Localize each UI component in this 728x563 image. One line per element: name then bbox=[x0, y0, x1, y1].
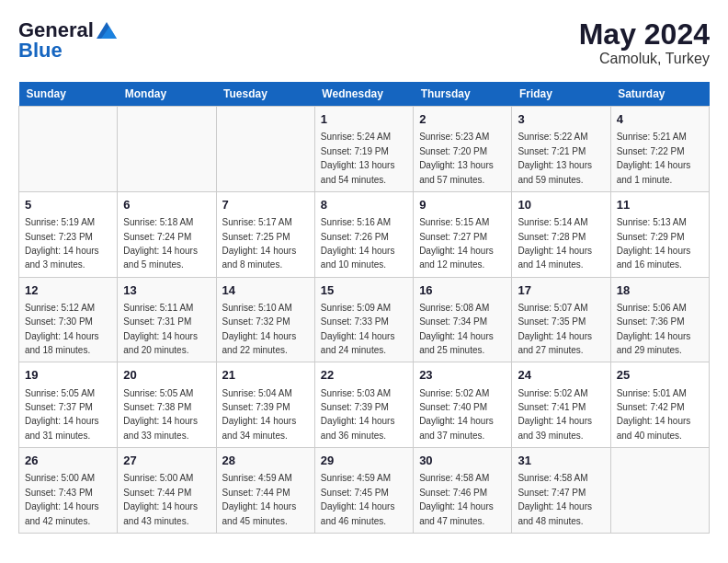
sunrise: Sunrise: 5:05 AM bbox=[123, 388, 193, 398]
sunrise: Sunrise: 5:05 AM bbox=[25, 388, 95, 398]
table-row: 25 Sunrise: 5:01 AM Sunset: 7:42 PM Dayl… bbox=[610, 362, 709, 448]
daylight: Daylight: 14 hours and 39 minutes. bbox=[518, 416, 592, 440]
day-number: 23 bbox=[419, 367, 506, 384]
sunset: Sunset: 7:20 PM bbox=[419, 146, 487, 156]
daylight: Daylight: 13 hours and 54 minutes. bbox=[321, 160, 395, 184]
day-number: 12 bbox=[25, 282, 111, 299]
table-row: 5 Sunrise: 5:19 AM Sunset: 7:23 PM Dayli… bbox=[19, 191, 118, 277]
daylight: Daylight: 14 hours and 16 minutes. bbox=[617, 246, 691, 270]
daylight: Daylight: 14 hours and 48 minutes. bbox=[518, 501, 592, 525]
calendar-table: Sunday Monday Tuesday Wednesday Thursday… bbox=[18, 82, 710, 534]
day-number: 28 bbox=[222, 453, 309, 469]
table-row: 9 Sunrise: 5:15 AM Sunset: 7:27 PM Dayli… bbox=[414, 191, 512, 277]
table-row: 2 Sunrise: 5:23 AM Sunset: 7:20 PM Dayli… bbox=[414, 107, 512, 192]
daylight: Daylight: 14 hours and 43 minutes. bbox=[123, 501, 198, 525]
table-row bbox=[118, 107, 216, 192]
sunset: Sunset: 7:36 PM bbox=[617, 316, 685, 327]
sunrise: Sunrise: 5:23 AM bbox=[419, 132, 489, 142]
day-number: 1 bbox=[321, 111, 407, 128]
day-number: 20 bbox=[123, 367, 210, 384]
day-number: 18 bbox=[617, 282, 703, 299]
sunrise: Sunrise: 5:18 AM bbox=[123, 217, 193, 227]
month-year: May 2024 bbox=[579, 18, 710, 51]
day-number: 14 bbox=[222, 282, 309, 299]
table-row: 19 Sunrise: 5:05 AM Sunset: 7:37 PM Dayl… bbox=[19, 362, 118, 448]
table-row: 8 Sunrise: 5:16 AM Sunset: 7:26 PM Dayli… bbox=[314, 191, 413, 277]
table-row: 26 Sunrise: 5:00 AM Sunset: 7:43 PM Dayl… bbox=[19, 448, 118, 534]
table-row: 12 Sunrise: 5:12 AM Sunset: 7:30 PM Dayl… bbox=[19, 277, 118, 362]
sunrise: Sunrise: 4:58 AM bbox=[419, 473, 489, 483]
table-row: 13 Sunrise: 5:11 AM Sunset: 7:31 PM Dayl… bbox=[118, 277, 216, 362]
day-number: 9 bbox=[419, 197, 506, 213]
daylight: Daylight: 14 hours and 46 minutes. bbox=[321, 501, 395, 525]
table-row: 31 Sunrise: 4:58 AM Sunset: 7:47 PM Dayl… bbox=[512, 448, 610, 534]
sunset: Sunset: 7:30 PM bbox=[25, 316, 93, 327]
daylight: Daylight: 13 hours and 57 minutes. bbox=[419, 160, 494, 184]
table-row: 4 Sunrise: 5:21 AM Sunset: 7:22 PM Dayli… bbox=[610, 107, 709, 192]
day-number: 8 bbox=[321, 197, 407, 213]
sunset: Sunset: 7:33 PM bbox=[321, 316, 389, 327]
sunrise: Sunrise: 5:10 AM bbox=[222, 303, 292, 313]
daylight: Daylight: 14 hours and 18 minutes. bbox=[25, 331, 99, 355]
day-number: 7 bbox=[222, 197, 309, 213]
sunset: Sunset: 7:31 PM bbox=[123, 316, 191, 327]
sunrise: Sunrise: 5:00 AM bbox=[123, 473, 193, 483]
table-row: 11 Sunrise: 5:13 AM Sunset: 7:29 PM Dayl… bbox=[610, 191, 709, 277]
table-row: 10 Sunrise: 5:14 AM Sunset: 7:28 PM Dayl… bbox=[512, 191, 610, 277]
table-row: 20 Sunrise: 5:05 AM Sunset: 7:38 PM Dayl… bbox=[118, 362, 216, 448]
table-row: 23 Sunrise: 5:02 AM Sunset: 7:40 PM Dayl… bbox=[414, 362, 512, 448]
table-row: 24 Sunrise: 5:02 AM Sunset: 7:41 PM Dayl… bbox=[512, 362, 610, 448]
table-row: 30 Sunrise: 4:58 AM Sunset: 7:46 PM Dayl… bbox=[414, 448, 512, 534]
sunset: Sunset: 7:28 PM bbox=[518, 232, 586, 242]
calendar-row: 1 Sunrise: 5:24 AM Sunset: 7:19 PM Dayli… bbox=[19, 107, 710, 192]
sunset: Sunset: 7:34 PM bbox=[419, 316, 487, 327]
header-tuesday: Tuesday bbox=[216, 82, 314, 107]
day-number: 21 bbox=[222, 367, 309, 384]
sunset: Sunset: 7:40 PM bbox=[419, 402, 487, 412]
daylight: Daylight: 14 hours and 24 minutes. bbox=[321, 331, 395, 355]
logo: General Blue bbox=[18, 18, 117, 63]
table-row: 6 Sunrise: 5:18 AM Sunset: 7:24 PM Dayli… bbox=[118, 191, 216, 277]
daylight: Daylight: 14 hours and 20 minutes. bbox=[123, 331, 198, 355]
sunrise: Sunrise: 5:12 AM bbox=[25, 303, 95, 313]
daylight: Daylight: 14 hours and 3 minutes. bbox=[25, 246, 99, 270]
daylight: Daylight: 14 hours and 27 minutes. bbox=[518, 331, 592, 355]
table-row: 3 Sunrise: 5:22 AM Sunset: 7:21 PM Dayli… bbox=[512, 107, 610, 192]
daylight: Daylight: 14 hours and 1 minute. bbox=[617, 160, 691, 184]
sunset: Sunset: 7:25 PM bbox=[222, 232, 290, 242]
sunset: Sunset: 7:45 PM bbox=[321, 488, 389, 498]
daylight: Daylight: 13 hours and 59 minutes. bbox=[518, 160, 592, 184]
sunset: Sunset: 7:24 PM bbox=[123, 232, 191, 242]
daylight: Daylight: 14 hours and 33 minutes. bbox=[123, 416, 198, 440]
day-number: 2 bbox=[419, 111, 506, 128]
sunset: Sunset: 7:37 PM bbox=[25, 402, 93, 412]
logo-text-block: General Blue bbox=[18, 18, 117, 63]
daylight: Daylight: 14 hours and 5 minutes. bbox=[123, 246, 198, 270]
day-number: 25 bbox=[617, 367, 703, 384]
daylight: Daylight: 14 hours and 40 minutes. bbox=[617, 416, 691, 440]
sunrise: Sunrise: 5:16 AM bbox=[321, 217, 391, 227]
table-row: 28 Sunrise: 4:59 AM Sunset: 7:44 PM Dayl… bbox=[216, 448, 314, 534]
sunrise: Sunrise: 5:11 AM bbox=[123, 303, 193, 313]
sunrise: Sunrise: 5:17 AM bbox=[222, 217, 292, 227]
day-number: 24 bbox=[518, 367, 604, 384]
sunrise: Sunrise: 5:24 AM bbox=[321, 132, 391, 142]
calendar-row: 12 Sunrise: 5:12 AM Sunset: 7:30 PM Dayl… bbox=[19, 277, 710, 362]
sunset: Sunset: 7:23 PM bbox=[25, 232, 93, 242]
header-wednesday: Wednesday bbox=[314, 82, 413, 107]
sunset: Sunset: 7:47 PM bbox=[518, 488, 586, 498]
sunset: Sunset: 7:29 PM bbox=[617, 232, 685, 242]
sunrise: Sunrise: 5:02 AM bbox=[419, 388, 489, 398]
sunrise: Sunrise: 5:06 AM bbox=[617, 303, 687, 313]
sunrise: Sunrise: 5:13 AM bbox=[617, 217, 687, 227]
daylight: Daylight: 14 hours and 8 minutes. bbox=[222, 246, 297, 270]
daylight: Daylight: 14 hours and 34 minutes. bbox=[222, 416, 297, 440]
day-number: 16 bbox=[419, 282, 506, 299]
daylight: Daylight: 14 hours and 29 minutes. bbox=[617, 331, 691, 355]
day-number: 10 bbox=[518, 197, 604, 213]
sunset: Sunset: 7:38 PM bbox=[123, 402, 191, 412]
day-number: 26 bbox=[25, 453, 111, 469]
daylight: Daylight: 14 hours and 42 minutes. bbox=[25, 501, 99, 525]
daylight: Daylight: 14 hours and 10 minutes. bbox=[321, 246, 395, 270]
day-number: 30 bbox=[419, 453, 506, 469]
